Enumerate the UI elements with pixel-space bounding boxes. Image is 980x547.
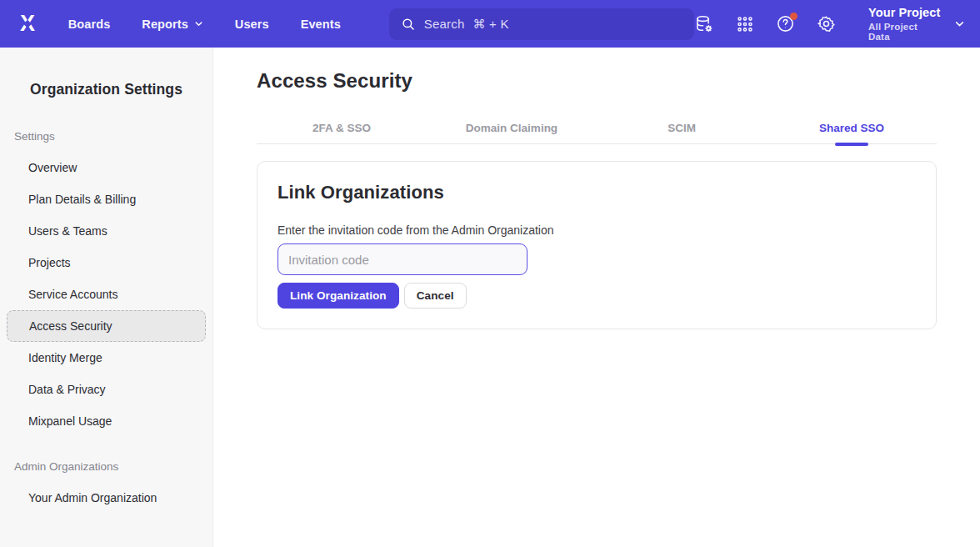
data-management-icon[interactable] bbox=[694, 14, 714, 34]
org-settings-sidebar: Organization Settings Settings Overview … bbox=[0, 48, 213, 547]
sidebar-item-mixpanel-usage[interactable]: Mixpanel Usage bbox=[0, 405, 212, 437]
invitation-code-label: Enter the invitation code from the Admin… bbox=[278, 223, 916, 237]
project-name: Your Project bbox=[868, 6, 941, 19]
apps-grid-icon[interactable] bbox=[735, 14, 755, 34]
topbar-actions: Your Project All Project Data bbox=[694, 6, 965, 42]
topbar: X Boards Reports Users Events Search ⌘ +… bbox=[0, 0, 980, 48]
page-title: Access Security bbox=[257, 69, 937, 93]
search-placeholder: Search ⌘ + K bbox=[424, 17, 509, 32]
sidebar-section-settings: Settings bbox=[14, 128, 212, 145]
sidebar-settings-list: Overview Plan Details & Billing Users & … bbox=[0, 152, 212, 437]
cancel-button[interactable]: Cancel bbox=[404, 283, 467, 309]
project-labels: Your Project All Project Data bbox=[868, 6, 941, 42]
project-subtitle: All Project Data bbox=[868, 22, 941, 42]
sidebar-item-projects[interactable]: Projects bbox=[0, 247, 212, 279]
nav-item-users[interactable]: Users bbox=[235, 18, 269, 31]
sidebar-title: Organization Settings bbox=[0, 81, 212, 98]
chevron-down-icon bbox=[954, 18, 965, 29]
sidebar-item-data-privacy[interactable]: Data & Privacy bbox=[0, 374, 212, 405]
nav-item-events[interactable]: Events bbox=[301, 18, 341, 31]
sidebar-item-overview[interactable]: Overview bbox=[0, 152, 212, 183]
main-content: Access Security 2FA & SSO Domain Claimin… bbox=[213, 48, 980, 547]
sidebar-item-users-teams[interactable]: Users & Teams bbox=[0, 215, 212, 247]
nav-item-reports[interactable]: Reports bbox=[142, 18, 203, 31]
settings-gear-icon[interactable] bbox=[816, 14, 836, 34]
card-actions: Link Organization Cancel bbox=[278, 283, 916, 309]
tab-domain-claiming[interactable]: Domain Claiming bbox=[427, 113, 597, 143]
notification-dot bbox=[790, 13, 798, 20]
sidebar-item-plan-details-billing[interactable]: Plan Details & Billing bbox=[0, 183, 212, 215]
tab-shared-sso[interactable]: Shared SSO bbox=[767, 113, 937, 143]
sidebar-item-identity-merge[interactable]: Identity Merge bbox=[0, 342, 212, 374]
mixpanel-logo[interactable]: X bbox=[12, 8, 43, 40]
nav-item-label: Users bbox=[235, 18, 269, 31]
nav-item-label: Reports bbox=[142, 18, 188, 31]
nav-item-label: Events bbox=[301, 18, 341, 31]
sidebar-item-your-admin-organization[interactable]: Your Admin Organization bbox=[0, 482, 212, 514]
nav-item-label: Boards bbox=[68, 18, 111, 31]
help-icon[interactable] bbox=[776, 14, 796, 34]
sidebar-admin-list: Your Admin Organization bbox=[0, 482, 212, 514]
tab-2fa-sso[interactable]: 2FA & SSO bbox=[257, 113, 427, 143]
chevron-down-icon bbox=[194, 19, 203, 28]
primary-nav: Boards Reports Users Events bbox=[68, 18, 341, 31]
project-switcher[interactable]: Your Project All Project Data bbox=[868, 6, 965, 42]
tab-scim[interactable]: SCIM bbox=[597, 113, 767, 143]
card-title: Link Organizations bbox=[278, 182, 916, 203]
global-search-input[interactable]: Search ⌘ + K bbox=[389, 8, 694, 40]
sidebar-item-access-security[interactable]: Access Security bbox=[7, 310, 206, 342]
access-security-tabs: 2FA & SSO Domain Claiming SCIM Shared SS… bbox=[257, 113, 937, 144]
search-icon bbox=[401, 17, 416, 32]
link-organizations-card: Link Organizations Enter the invitation … bbox=[257, 161, 937, 329]
nav-item-boards[interactable]: Boards bbox=[68, 18, 111, 31]
link-organization-button[interactable]: Link Organization bbox=[278, 283, 399, 309]
sidebar-item-service-accounts[interactable]: Service Accounts bbox=[0, 279, 212, 310]
sidebar-section-admin-orgs: Admin Organizations bbox=[14, 459, 212, 475]
invitation-code-input[interactable] bbox=[278, 243, 528, 275]
